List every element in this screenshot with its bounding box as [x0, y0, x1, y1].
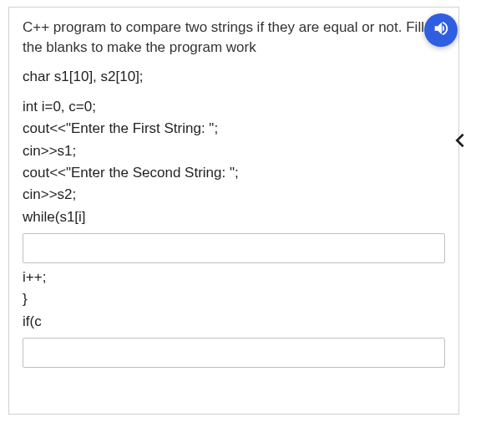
code-line-7: while(s1[i]	[23, 206, 445, 228]
code-line-6: cin>>s2;	[23, 184, 445, 206]
question-text: C++ program to compare two strings if th…	[23, 18, 445, 58]
question-card: C++ program to compare two strings if th…	[8, 7, 459, 415]
speaker-icon	[432, 19, 450, 41]
code-line-10: if(c	[23, 311, 445, 333]
code-line-8: i++;	[23, 267, 445, 288]
audio-button[interactable]	[424, 13, 458, 47]
code-line-1: char s1[10], s2[10];	[23, 66, 445, 88]
code-line-2: int i=0, c=0;	[23, 96, 445, 118]
code-line-3: cout<<"Enter the First String: ";	[23, 118, 445, 140]
code-line-5: cout<<"Enter the Second String: ";	[23, 162, 445, 184]
blank-input-1[interactable]	[23, 233, 445, 263]
back-button[interactable]	[444, 125, 476, 159]
blank-input-2[interactable]	[23, 338, 445, 368]
chevron-left-icon	[451, 128, 469, 156]
code-line-9: }	[23, 288, 445, 310]
code-line-4: cin>>s1;	[23, 140, 445, 162]
